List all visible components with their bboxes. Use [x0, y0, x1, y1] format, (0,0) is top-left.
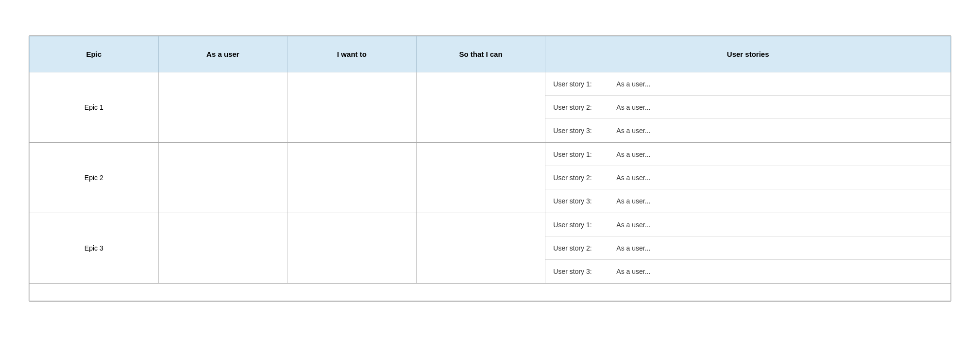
header-as-a-user: As a user [158, 36, 287, 72]
story-row-3-1: User story 1:As a user... [545, 213, 950, 236]
user-stories-table: Epic As a user I want to So that I can U… [29, 36, 951, 301]
story-label-3-2: User story 2: [553, 244, 616, 252]
header-row: Epic As a user I want to So that I can U… [30, 36, 951, 72]
so-that-cell-3 [416, 213, 545, 284]
story-value-2-3: As a user... [616, 197, 943, 205]
as-a-user-cell-1 [158, 72, 287, 143]
empty-cell [30, 284, 951, 301]
empty-row [30, 284, 951, 301]
stories-cell-2: User story 1:As a user...User story 2:As… [545, 143, 951, 213]
so-that-cell-1 [416, 72, 545, 143]
stories-cell-1: User story 1:As a user...User story 2:As… [545, 72, 951, 143]
epic-cell-3: Epic 3 [30, 213, 159, 284]
header-so-that: So that I can [416, 36, 545, 72]
stories-container-2: User story 1:As a user...User story 2:As… [545, 143, 950, 213]
epic-row-3: Epic 3User story 1:As a user...User stor… [30, 213, 951, 284]
story-label-2-3: User story 3: [553, 197, 616, 205]
story-value-2-2: As a user... [616, 174, 943, 182]
story-row-1-1: User story 1:As a user... [545, 72, 950, 96]
stories-container-1: User story 1:As a user...User story 2:As… [545, 72, 950, 142]
i-want-to-cell-1 [287, 72, 417, 143]
i-want-to-cell-2 [287, 143, 417, 213]
story-label-1-1: User story 1: [553, 80, 616, 88]
story-label-1-3: User story 3: [553, 127, 616, 135]
epic-cell-1: Epic 1 [30, 72, 159, 143]
header-i-want-to: I want to [287, 36, 417, 72]
story-row-1-2: User story 2:As a user... [545, 96, 950, 119]
story-label-2-1: User story 1: [553, 151, 616, 158]
story-label-3-1: User story 1: [553, 221, 616, 229]
epic-row-1: Epic 1User story 1:As a user...User stor… [30, 72, 951, 143]
story-row-2-3: User story 3:As a user... [545, 189, 950, 213]
so-that-cell-2 [416, 143, 545, 213]
story-row-2-1: User story 1:As a user... [545, 143, 950, 166]
story-value-3-3: As a user... [616, 268, 943, 275]
story-row-2-2: User story 2:As a user... [545, 166, 950, 189]
story-value-3-2: As a user... [616, 244, 943, 252]
story-row-1-3: User story 3:As a user... [545, 119, 950, 142]
story-label-2-2: User story 2: [553, 174, 616, 182]
story-value-1-1: As a user... [616, 80, 943, 88]
story-label-3-3: User story 3: [553, 268, 616, 275]
header-user-stories: User stories [545, 36, 951, 72]
story-value-3-1: As a user... [616, 221, 943, 229]
story-value-2-1: As a user... [616, 151, 943, 158]
story-value-1-2: As a user... [616, 103, 943, 111]
main-table-wrapper: Epic As a user I want to So that I can U… [29, 35, 951, 302]
i-want-to-cell-3 [287, 213, 417, 284]
as-a-user-cell-3 [158, 213, 287, 284]
story-value-1-3: As a user... [616, 127, 943, 135]
epic-row-2: Epic 2User story 1:As a user...User stor… [30, 143, 951, 213]
stories-cell-3: User story 1:As a user...User story 2:As… [545, 213, 951, 284]
story-row-3-3: User story 3:As a user... [545, 260, 950, 283]
stories-container-3: User story 1:As a user...User story 2:As… [545, 213, 950, 283]
header-epic: Epic [30, 36, 159, 72]
as-a-user-cell-2 [158, 143, 287, 213]
story-row-3-2: User story 2:As a user... [545, 236, 950, 260]
story-label-1-2: User story 2: [553, 103, 616, 111]
epic-cell-2: Epic 2 [30, 143, 159, 213]
